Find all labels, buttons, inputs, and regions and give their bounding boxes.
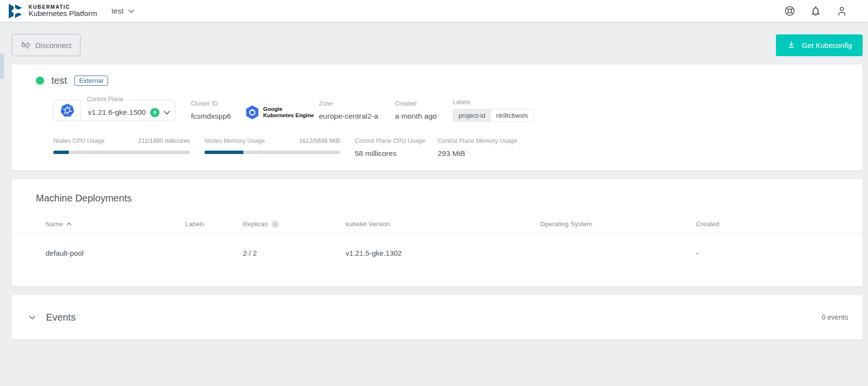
- disconnect-button[interactable]: Disconnect: [12, 34, 80, 56]
- created-label: Created: [395, 100, 453, 107]
- cp-memory-value: 293 MiB: [438, 149, 521, 158]
- labels-label: Labels: [453, 99, 534, 106]
- column-header-labels: Labels: [185, 220, 243, 228]
- md-created-cell: -: [696, 249, 863, 257]
- provider-name-line2: Kubernetes Engine: [263, 112, 314, 119]
- created-field: Created a month ago: [395, 100, 453, 121]
- help-button[interactable]: [783, 4, 796, 18]
- column-header-kubelet-version: kubelet Version: [346, 220, 540, 228]
- provider-name-line1: Google: [263, 106, 314, 112]
- nodes-memory-value: 1612/5636 MiB: [299, 138, 340, 144]
- replicas-info-icon[interactable]: i: [271, 220, 279, 228]
- brand-subtitle: Kubernetes Platform: [29, 10, 97, 17]
- kubernetes-logo-icon: [54, 100, 81, 121]
- cluster-id-value: fcsmdxspp6: [191, 112, 245, 121]
- cluster-id-field: Cluster ID fcsmdxspp6: [191, 100, 245, 121]
- upgrade-available-icon[interactable]: [150, 108, 159, 117]
- md-replicas-cell: 2 / 2: [243, 249, 346, 257]
- table-header-row: Name Labels Replicas i kubelet Version O…: [12, 215, 863, 234]
- nodes-memory-progressbar: [205, 151, 340, 154]
- label-chip-key: project-id: [453, 109, 491, 122]
- gke-logo-icon: [245, 105, 259, 120]
- notifications-button[interactable]: [809, 4, 822, 18]
- nodes-memory-usage: Nodes Memory Usage 1612/5636 MiB: [205, 138, 340, 158]
- chevron-down-icon: [164, 110, 170, 115]
- user-menu-button[interactable]: [835, 4, 849, 18]
- nodes-cpu-progress-fill: [53, 151, 69, 154]
- control-plane-memory-usage: Control Plane Memory Usage 293 MiB: [438, 138, 521, 158]
- md-name-cell: default-pool: [46, 249, 185, 257]
- chevron-down-icon: [128, 9, 134, 13]
- nodes-cpu-value: 211/1880 millicores: [138, 138, 190, 144]
- events-title: Events: [46, 312, 76, 323]
- cluster-toolbar: Disconnect Get Kubeconfig: [0, 22, 868, 64]
- kubermatic-brand: KUBERMATIC Kubernetes Platform: [0, 2, 102, 20]
- cp-cpu-label: Control Plane CPU Usage: [355, 138, 438, 144]
- chevron-down-icon: [29, 315, 35, 320]
- project-selector[interactable]: test: [108, 4, 138, 18]
- nodes-memory-progress-fill: [205, 151, 243, 154]
- sort-ascending-icon: [66, 222, 72, 226]
- machine-deployments-title: Machine Deployments: [12, 193, 863, 204]
- download-icon: [787, 40, 796, 50]
- machine-deployments-table: Name Labels Replicas i kubelet Version O…: [12, 215, 863, 272]
- column-header-replicas: Replicas i: [243, 220, 346, 228]
- cluster-detail-page: test External Control Plane: [0, 64, 868, 340]
- label-chip-value: nk9tcbwxls: [491, 109, 534, 122]
- nodes-cpu-progressbar: [53, 151, 190, 154]
- zone-field: Zone europe-central2-a: [319, 100, 395, 121]
- bell-icon: [810, 5, 821, 17]
- get-kubeconfig-label: Get Kubeconfig: [802, 41, 852, 49]
- zone-label: Zone: [319, 100, 395, 107]
- unlink-icon: [21, 40, 31, 50]
- md-kubelet-cell: v1.21.5-gke.1302: [346, 249, 540, 257]
- cluster-id-label: Cluster ID: [191, 100, 245, 107]
- column-header-created: Created: [696, 220, 863, 228]
- column-header-operating-system: Operating System: [540, 220, 696, 228]
- provider-badge: Google Kubernetes Engine: [245, 101, 319, 120]
- control-plane-version-select[interactable]: Control Plane v1.21.6-gke.1500: [53, 100, 175, 121]
- external-badge: External: [74, 76, 108, 86]
- cp-cpu-value: 58 millicores: [355, 149, 438, 158]
- column-header-name[interactable]: Name: [46, 220, 185, 228]
- project-selector-value: test: [111, 7, 124, 15]
- events-panel-header[interactable]: Events 0 events: [12, 295, 863, 340]
- cp-memory-label: Control Plane Memory Usage: [438, 138, 521, 144]
- cluster-summary-card: test External Control Plane: [12, 64, 863, 170]
- nodes-cpu-label: Nodes CPU Usage: [53, 138, 105, 144]
- events-count: 0 events: [821, 313, 848, 321]
- disconnect-label: Disconnect: [35, 41, 71, 49]
- labels-field: Labels project-id nk9tcbwxls: [453, 99, 534, 122]
- help-buoy-icon: [784, 5, 796, 17]
- control-plane-version: v1.21.6-gke.1500: [88, 108, 146, 117]
- topbar-actions: [783, 4, 868, 18]
- get-kubeconfig-button[interactable]: Get Kubeconfig: [776, 34, 863, 56]
- cluster-health-dot: [36, 77, 44, 85]
- control-plane-cpu-usage: Control Plane CPU Usage 58 millicores: [355, 138, 438, 158]
- kubermatic-logo-icon: [7, 2, 24, 20]
- machine-deployment-row[interactable]: default-pool 2 / 2 v1.21.5-gke.1302 -: [12, 234, 863, 272]
- nodes-memory-label: Nodes Memory Usage: [205, 138, 265, 144]
- nodes-cpu-usage: Nodes CPU Usage 211/1880 millicores: [53, 138, 190, 158]
- machine-deployments-card: Machine Deployments Name Labels Replicas…: [12, 179, 863, 286]
- zone-value: europe-central2-a: [319, 112, 395, 121]
- app-header: KUBERMATIC Kubernetes Platform test: [0, 0, 868, 22]
- sidenav-collapsed-strip[interactable]: [0, 54, 4, 79]
- control-plane-label: Control Plane: [84, 96, 126, 103]
- label-chip: project-id nk9tcbwxls: [453, 109, 534, 122]
- cluster-name: test: [51, 75, 67, 86]
- created-value: a month ago: [395, 112, 453, 121]
- user-icon: [836, 5, 848, 17]
